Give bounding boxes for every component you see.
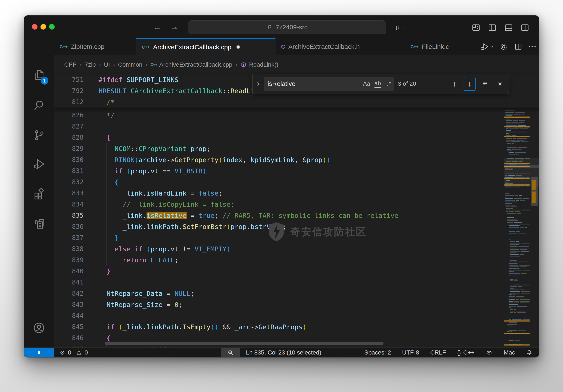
line-number: 828 [62, 132, 84, 143]
code-line-836[interactable]: 836 _link.linkPath.SetFromBstr(prop.bstr… [54, 221, 504, 232]
find-next-button[interactable]: ↓ [464, 77, 476, 91]
breadcrumb-item-CPP[interactable]: CPP [64, 61, 77, 68]
line-number: 751 [62, 74, 84, 85]
line-number: 836 [62, 221, 84, 232]
find-collapse-chevron-icon[interactable] [254, 74, 262, 94]
code-line-838[interactable]: 838 else if (prop.vt != VT_EMPTY) [54, 243, 504, 254]
match-case-toggle[interactable]: Aa [361, 78, 372, 89]
horizontal-scrollbar-thumb[interactable] [105, 342, 384, 345]
code-line-844[interactable]: 844 [54, 310, 504, 321]
cursor-position-status[interactable]: Ln 835, Col 23 (10 selected) [246, 348, 321, 357]
regex-toggle[interactable]: .* [383, 78, 394, 89]
whole-word-toggle[interactable]: ab [372, 78, 383, 89]
copilot-status-icon[interactable] [486, 349, 493, 356]
breadcrumb-label: ArchiveExtractCallback.cpp [159, 61, 232, 68]
code-line-840[interactable]: 840 } [54, 266, 504, 277]
more-actions-icon[interactable]: ··· [528, 43, 537, 51]
line-number: 832 [62, 177, 84, 188]
tab-label: FileLink.c [422, 43, 449, 50]
zoom-status-item[interactable] [221, 348, 240, 357]
find-close-button[interactable]: × [494, 77, 506, 91]
split-editor-icon[interactable] [514, 42, 523, 51]
code-line-830[interactable]: 830 RINOK(archive->GetProperty(index, kp… [54, 154, 504, 165]
notifications-bell-icon[interactable] [526, 349, 533, 356]
toggle-secondary-sidebar-icon[interactable] [520, 23, 530, 33]
sidebar-item-run-debug[interactable] [31, 156, 47, 172]
navigate-forward-button[interactable]: → [168, 15, 180, 38]
breadcrumb-item-7zip[interactable]: 7zip [85, 61, 96, 68]
account-icon[interactable] [31, 320, 47, 336]
sidebar-item-pages-sync[interactable] [31, 216, 47, 231]
code-line-828[interactable]: 828 { [54, 132, 504, 143]
problems-status[interactable]: ⊗ 0 ⚠ 0 [60, 348, 88, 357]
breadcrumb-item-ArchiveExtractCallback.cpp[interactable]: C++ArchiveExtractCallback.cpp [151, 61, 232, 68]
command-center[interactable]: 7z2409-src [188, 20, 386, 34]
code-line-835[interactable]: 835 _link.isRelative = true; // RAR5, TA… [54, 210, 504, 221]
indent-status[interactable]: Spaces: 2 [364, 349, 391, 356]
code-line-839[interactable]: 839 return E_FAIL; [54, 254, 504, 266]
breadcrumb-item-UI[interactable]: UI [104, 61, 110, 68]
close-window-button[interactable] [32, 24, 38, 30]
minimap[interactable] [504, 74, 530, 347]
run-or-debug-icon[interactable] [480, 42, 494, 51]
settings-gear-icon[interactable] [499, 42, 508, 51]
toggle-primary-sidebar-icon[interactable] [487, 23, 498, 33]
titlebar: ← → 7z2409-src [24, 15, 539, 38]
code-text: /* [99, 96, 115, 108]
tab-FileLink.c[interactable]: C++FileLink.c [405, 38, 466, 55]
find-input[interactable] [264, 80, 361, 87]
code-line-826[interactable]: 826 */ [54, 110, 504, 121]
code-line-837[interactable]: 837 } [54, 232, 504, 243]
encoding-status[interactable]: UTF-8 [402, 349, 419, 356]
code-line-812[interactable]: 812 /* [54, 96, 504, 108]
minimize-window-button[interactable] [40, 24, 46, 30]
find-in-selection-button[interactable] [479, 77, 491, 91]
remote-indicator[interactable] [24, 348, 54, 357]
breadcrumb-label: Common [118, 61, 142, 68]
modified-dot [237, 45, 240, 49]
sidebar-item-source-control[interactable] [31, 127, 47, 143]
toggle-panel-icon[interactable] [503, 23, 514, 33]
code-line-829[interactable]: 829 NCOM::CPropVariant prop; [54, 143, 504, 154]
code-line-834[interactable]: 834 // _link.isCopyLink = false; [54, 199, 504, 210]
copilot-icon[interactable] [395, 23, 405, 33]
breadcrumb-item-ReadLink()[interactable]: ReadLink() [240, 61, 278, 68]
find-previous-button[interactable]: ↑ [448, 77, 461, 91]
sidebar-item-search[interactable] [31, 98, 47, 113]
line-number: 830 [62, 154, 84, 165]
code-line-827[interactable]: 827 [54, 121, 504, 132]
code-line-841[interactable]: 841 [54, 277, 504, 288]
zoom-window-button[interactable] [49, 24, 55, 30]
cpp-file-icon: C++ [151, 63, 157, 67]
line-number: 840 [62, 266, 84, 277]
vscode-window: ← → 7z2409-src C+ [24, 15, 539, 357]
line-number: 844 [62, 310, 84, 321]
cpp-file-icon: C++ [410, 44, 418, 49]
eol-status[interactable]: CRLF [430, 349, 446, 356]
code-line-831[interactable]: 831 if (prop.vt == VT_BSTR) [54, 165, 504, 177]
breadcrumb-item-Common[interactable]: Common [118, 61, 142, 68]
overview-ruler [530, 74, 539, 347]
code-text: else if (prop.vt != VT_EMPTY) [99, 243, 230, 254]
customize-layout-icon[interactable] [471, 23, 481, 33]
code-line-845[interactable]: 845 if (_link.linkPath.IsEmpty() && _arc… [54, 321, 504, 332]
code-line-832[interactable]: 832 { [54, 177, 504, 188]
breadcrumb-separator: › [99, 61, 101, 68]
editor[interactable]: CPP›7zip›UI›Common›C++ArchiveExtractCall… [54, 55, 539, 347]
sidebar-item-explorer[interactable]: 1 [31, 67, 47, 83]
find-match-highlight: isRelative [147, 212, 187, 219]
os-status[interactable]: Mac [504, 349, 515, 356]
sidebar-item-extensions[interactable] [31, 186, 47, 201]
code-line-842[interactable]: 842 NtReparse_Data = NULL; [54, 288, 504, 299]
navigate-back-button[interactable]: ← [152, 15, 163, 38]
breadcrumb-label: CPP [64, 61, 77, 68]
tab-ArchiveExtractCallback.h[interactable]: CArchiveExtractCallback.h [276, 38, 405, 55]
code-line-843[interactable]: 843 NtReparse_Size = 0; [54, 299, 504, 310]
code-text: { [99, 177, 118, 188]
tab-ArchiveExtractCallback.cpp[interactable]: C++ArchiveExtractCallback.cpp [136, 38, 276, 55]
language-status[interactable]: {} C++ [457, 349, 474, 356]
find-match-count: 3 of 20 [398, 74, 416, 94]
code-line-833[interactable]: 833 _link.isHardLink = false; [54, 188, 504, 199]
tab-ZipItem.cpp[interactable]: C++ZipItem.cpp [54, 38, 136, 55]
code-text: _link.linkPath.SetFromBstr(prop.bstrVal)… [99, 221, 286, 232]
